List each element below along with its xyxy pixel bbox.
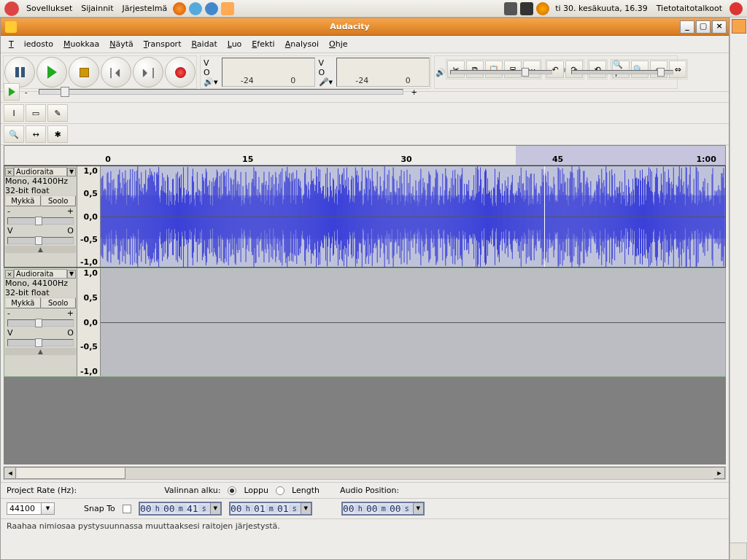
close-button[interactable]: × (712, 20, 727, 34)
menu-view[interactable]: Näytä (104, 36, 139, 53)
snap-to-checkbox[interactable] (123, 505, 131, 513)
menu-edit[interactable]: Muokkaa (58, 36, 104, 53)
cut-icon[interactable]: ✂ (447, 61, 465, 78)
timeline-ruler[interactable]: 01530451:00 (4, 145, 726, 166)
selection-end-time[interactable]: 00h01m01s▾ (229, 502, 312, 516)
track-1-mute-button[interactable]: Mykkä (5, 195, 41, 206)
trim-icon[interactable]: ⊟ (504, 61, 522, 78)
output-volume-slider[interactable] (450, 70, 552, 74)
scroll-right-button[interactable]: ▸ (713, 467, 725, 479)
track-2-pan-slider[interactable] (7, 339, 74, 346)
end-radio[interactable] (228, 486, 236, 495)
end-label: Loppu (244, 486, 268, 495)
scroll-thumb[interactable] (16, 467, 125, 479)
audio-position-time[interactable]: 00h00m00s▾ (341, 502, 425, 516)
copy-icon[interactable]: ⧉ (466, 61, 484, 78)
volume-icon[interactable] (536, 2, 549, 15)
zoom-in-icon[interactable]: 🔍+ (612, 61, 630, 78)
menu-places[interactable]: Sijainnit (77, 0, 117, 18)
track-1-waveform[interactable] (101, 166, 725, 267)
user-menu[interactable]: Tietotaitotalkoot (652, 0, 727, 18)
menu-analyze[interactable]: Analysoi (280, 36, 324, 53)
transport-buttons: |⏴ ⏵| (3, 55, 197, 89)
empty-track-space[interactable] (4, 377, 726, 464)
zoom-tool-icon[interactable]: 🔍 (4, 125, 24, 143)
redo-icon[interactable]: ↷ (565, 61, 583, 78)
menu-tracks[interactable]: Raidat (186, 36, 222, 53)
track-1-gain-slider[interactable] (7, 217, 74, 225)
track-2-close-button[interactable]: × (5, 270, 14, 279)
skip-end-button[interactable]: ⏵| (133, 57, 163, 88)
selection-start-time[interactable]: 00h00m41s▾ (139, 502, 222, 516)
scrub-plus-label: + (411, 88, 417, 96)
audacity-window: Audacity _ ▢ × Tiedosto Muokkaa Näytä Tr… (0, 18, 729, 560)
track-1: × Audioraita ▼ Mono, 44100Hz 32-bit floa… (4, 166, 726, 268)
menu-help[interactable]: Ohje (324, 36, 352, 53)
menu-file[interactable]: Tiedosto (4, 36, 58, 53)
playback-speed-slider[interactable] (39, 89, 403, 95)
track-1-menu-button[interactable]: ▼ (67, 168, 76, 176)
power-icon[interactable] (729, 2, 743, 15)
app-launcher-icon[interactable] (221, 2, 234, 15)
menu-transport[interactable]: Transport (139, 36, 187, 53)
playback-meter[interactable]: -240 (222, 58, 315, 87)
record-button[interactable] (165, 57, 196, 88)
menu-generate[interactable]: Luo (222, 36, 247, 53)
selection-tool-icon[interactable]: I (4, 104, 24, 122)
track-1-close-button[interactable]: × (5, 168, 14, 176)
timeline-tick: 0 (105, 155, 111, 164)
draw-tool-icon[interactable]: ✎ (47, 104, 68, 122)
multi-tool-icon[interactable]: ✱ (47, 125, 68, 143)
track-2-solo-button[interactable]: Soolo (41, 298, 77, 308)
horizontal-scrollbar[interactable]: ◂ ▸ (4, 467, 726, 480)
track-1-pan-slider[interactable] (7, 237, 74, 244)
track-2-waveform[interactable] (101, 268, 725, 376)
network-icon[interactable] (520, 2, 533, 15)
track-2-menu-button[interactable]: ▼ (67, 270, 76, 279)
envelope-tool-icon[interactable]: ▭ (26, 104, 46, 122)
track-2-collapse-button[interactable]: ▲ (5, 348, 76, 355)
track-2-gain-slider[interactable] (7, 319, 74, 327)
help-icon[interactable] (205, 2, 218, 15)
play-button[interactable] (36, 57, 67, 88)
firefox-icon[interactable] (173, 2, 186, 15)
ubuntu-logo-icon[interactable] (4, 1, 19, 16)
length-radio[interactable] (276, 486, 285, 495)
output-speaker-icon[interactable]: 🔊▾ (204, 77, 218, 87)
meter-right-label-2: O (319, 68, 333, 77)
zoom-out-icon[interactable]: 🔍- (631, 61, 649, 78)
track-1-collapse-button[interactable]: ▲ (5, 246, 76, 253)
record-meter[interactable]: -240 (336, 58, 430, 87)
titlebar[interactable]: Audacity _ ▢ × (1, 18, 729, 36)
paste-icon[interactable]: 📋 (485, 61, 503, 78)
track-1-vscale: 1,00,50,0-0,5-1,0 (77, 166, 101, 267)
track-2-mute-button[interactable]: Mykkä (5, 298, 41, 308)
scroll-left-button[interactable]: ◂ (4, 467, 16, 479)
fit-project-icon[interactable]: ⇔ (669, 61, 686, 78)
maximize-button[interactable]: ▢ (696, 20, 711, 34)
panel-applet-icon[interactable] (732, 19, 746, 34)
track-2-info-1: Mono, 44100Hz (5, 279, 76, 288)
track-2-name[interactable]: Audioraita (14, 269, 67, 279)
skip-start-button[interactable]: |⏴ (101, 57, 131, 88)
project-rate-input[interactable] (7, 503, 41, 514)
input-volume-slider[interactable] (571, 70, 673, 74)
sync-lock-icon[interactable]: ⟲ (589, 61, 606, 78)
minimize-button[interactable]: _ (680, 20, 694, 34)
menu-applications[interactable]: Sovellukset (22, 0, 77, 18)
timeshift-tool-icon[interactable]: ↔ (26, 125, 46, 143)
stop-button[interactable] (69, 57, 99, 88)
track-1-solo-button[interactable]: Soolo (41, 195, 77, 206)
project-rate-combo[interactable]: ▾ (7, 502, 55, 515)
undo-icon[interactable]: ↶ (546, 61, 564, 78)
menu-system[interactable]: Järjestelmä (117, 0, 171, 18)
clock[interactable]: ti 30. kesäkuuta, 16.39 (551, 0, 652, 18)
evolution-icon[interactable] (189, 2, 202, 15)
scrub-play-icon[interactable] (4, 83, 20, 101)
input-mic-icon[interactable]: 🎤▾ (319, 77, 333, 87)
bottom-corner-icon[interactable] (729, 542, 747, 560)
project-rate-dropdown-button[interactable]: ▾ (41, 503, 54, 514)
track-1-name[interactable]: Audioraita (14, 167, 67, 176)
menu-effect[interactable]: Efekti (247, 36, 279, 53)
disk-icon[interactable] (504, 2, 517, 15)
